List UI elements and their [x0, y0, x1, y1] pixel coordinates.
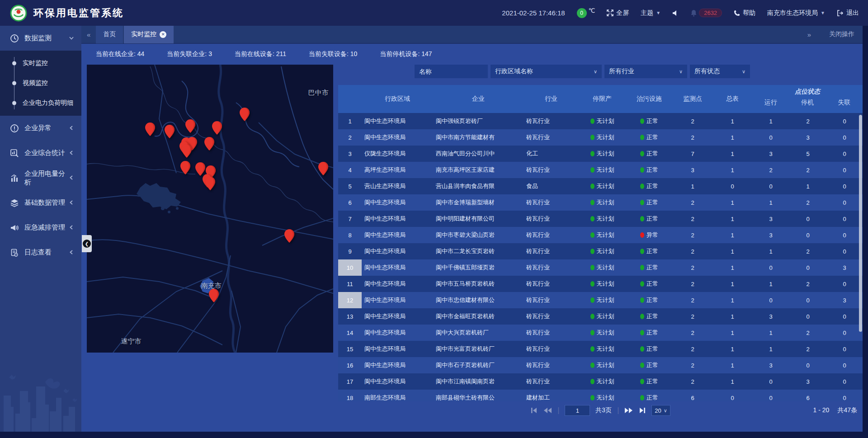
next-page-button[interactable]: [624, 407, 633, 414]
page-number-input[interactable]: [565, 405, 590, 416]
name-filter-input[interactable]: [419, 68, 483, 75]
sidebar-item-5[interactable]: 应急减排管理: [0, 215, 81, 240]
phone-icon: [734, 10, 740, 16]
table-row[interactable]: 5营山生态环境局营山县润丰肉食品有限食品无计划正常10010: [338, 178, 863, 194]
submenu-item-2[interactable]: 企业电力负荷明细: [0, 93, 81, 113]
region-filter-dropdown[interactable]: 行政区域名称 ∨: [491, 65, 602, 78]
help-button[interactable]: 帮助: [734, 9, 755, 17]
tab-0[interactable]: 首页: [96, 25, 123, 43]
map-pin-icon[interactable]: [165, 125, 175, 138]
table-row[interactable]: 8阆中生态环境局阆中市枣碧大梁山页岩砖瓦行业无计划异常21300: [338, 227, 863, 243]
table-row[interactable]: 9阆中生态环境局阆中市二龙长宝页岩砖砖瓦行业无计划正常21120: [338, 243, 863, 259]
column-header: 停限产: [579, 85, 626, 113]
first-page-button[interactable]: [530, 407, 538, 414]
table-row[interactable]: 12阆中生态环境局阆中市忠信建材有限公砖瓦行业无计划正常21003: [338, 292, 863, 308]
org-dropdown[interactable]: 南充市生态环境局 ▼: [767, 9, 825, 17]
tab-1[interactable]: 实时监控✕: [124, 25, 174, 43]
notification-count-badge: 2632: [699, 9, 722, 17]
map-pin-icon[interactable]: [205, 177, 215, 190]
sidebar-item-1[interactable]: 企业异常: [0, 116, 81, 141]
notifications-button[interactable]: 2632: [690, 9, 722, 17]
map-pin-icon[interactable]: [180, 161, 190, 174]
industry-filter-dropdown[interactable]: 所有行业 ∨: [604, 65, 687, 78]
close-icon[interactable]: ✕: [160, 31, 166, 38]
cell-production-status: 无计划: [579, 308, 626, 325]
status-dot-icon: [640, 232, 644, 238]
map-pin-icon[interactable]: [204, 137, 214, 151]
table-scrollbar[interactable]: [859, 115, 862, 332]
map-pin-icon[interactable]: [145, 122, 155, 136]
cell-meter-count: 1: [712, 162, 752, 178]
table-row[interactable]: 10阆中生态环境局阆中千佛镇五郎垭页岩砖瓦行业无计划正常21003: [338, 259, 863, 276]
cell-lost-count: 0: [826, 341, 863, 357]
cell-meter-count: 0: [712, 390, 752, 401]
cell-production-status: 无计划: [579, 129, 626, 146]
status-dot-icon: [590, 249, 594, 254]
name-filter: [415, 65, 488, 78]
log-icon: [10, 248, 19, 257]
submenu-item-0[interactable]: 实时监控: [0, 53, 81, 73]
table-row[interactable]: 7阆中生态环境局阆中明阳建材有限公司砖瓦行业无计划正常21300: [338, 211, 863, 227]
table-row[interactable]: 13阆中生态环境局阆中市金福旺页岩机砖砖瓦行业无计划正常21300: [338, 308, 863, 325]
cell-run-count: 0: [752, 129, 789, 146]
cell-region: 营山生态环境局: [362, 178, 433, 194]
tabbar: « 首页实时监控✕ » 关闭操作: [81, 26, 863, 44]
prev-page-button[interactable]: [543, 407, 552, 414]
status-dot-icon: [590, 395, 594, 400]
map-pin-icon[interactable]: [240, 108, 250, 121]
table-row[interactable]: 4高坪生态环境局南充市高坪区王家店建砖瓦行业无计划正常31220: [338, 162, 863, 178]
cell-meter-count: 1: [712, 194, 752, 211]
map-panel[interactable]: 巴中市南充市遂宁市: [87, 65, 333, 353]
page-size-select[interactable]: 20 ∨: [651, 405, 670, 416]
table-row[interactable]: 11阆中生态环境局阆中市五马桥页岩机砖砖瓦行业无计划正常21120: [338, 276, 863, 292]
sidebar-item-2[interactable]: 企业综合统计: [0, 141, 81, 165]
chart-icon: [10, 174, 19, 183]
cell-monitor-count: 2: [673, 194, 712, 211]
mute-button[interactable]: [672, 10, 679, 16]
table-row[interactable]: 17阆中生态环境局阆中市江南镇阆南页岩砖瓦行业无计划正常21030: [338, 373, 863, 390]
row-number: 2: [338, 129, 362, 146]
sidebar-item-6[interactable]: 日志查看: [0, 240, 81, 265]
table-row[interactable]: 15阆中生态环境局阆中市光富页岩机砖厂砖瓦行业无计划正常21120: [338, 341, 863, 357]
sidebar-item-4[interactable]: 基础数据管理: [0, 190, 81, 215]
map-pin-icon[interactable]: [182, 144, 192, 158]
fullscreen-button[interactable]: 全屏: [607, 9, 629, 17]
table-row[interactable]: 14阆中生态环境局阆中大兴页岩机砖厂砖瓦行业无计划正常21120: [338, 325, 863, 341]
tabs-scroll-left-button[interactable]: «: [81, 31, 96, 38]
cell-facility-status: 正常: [626, 390, 673, 401]
sidebar-collapse-handle[interactable]: ❮: [82, 235, 92, 252]
map-pin-icon[interactable]: [284, 229, 294, 243]
table-row[interactable]: 6阆中生态环境局阆中市金博瑞新型墙材砖瓦行业无计划正常21120: [338, 194, 863, 211]
row-number: 17: [338, 373, 362, 390]
cell-monitor-count: 2: [673, 259, 712, 276]
city-skyline-watermark: [0, 364, 81, 432]
map-pin-icon[interactable]: [185, 119, 195, 133]
map-pin-icon[interactable]: [209, 289, 219, 302]
status-filter-dropdown[interactable]: 所有状态 ∨: [690, 65, 750, 78]
cell-meter-count: 1: [712, 259, 752, 276]
tabs-scroll-right-button[interactable]: »: [802, 31, 816, 38]
table-row[interactable]: 16阆中生态环境局阆中市石子页岩机砖厂砖瓦行业无计划正常21300: [338, 357, 863, 373]
status-dot-icon: [640, 330, 644, 335]
row-number: 12: [338, 292, 362, 308]
map-pin-icon[interactable]: [212, 121, 222, 135]
last-page-button[interactable]: [639, 407, 646, 414]
table-row[interactable]: 2阆中生态环境局阆中市南方节能建材有砖瓦行业无计划正常21030: [338, 129, 863, 146]
sidebar-item-3[interactable]: 企业用电量分析: [0, 165, 81, 190]
fullscreen-icon: [607, 9, 613, 16]
logout-button[interactable]: 退出: [837, 9, 859, 17]
table-row[interactable]: 18南部生态环境局南部县砌华土砖有限公建材加工无计划正常60060: [338, 390, 863, 401]
cell-production-status: 无计划: [579, 259, 626, 276]
cell-production-status: 无计划: [579, 162, 626, 178]
map-pin-icon[interactable]: [318, 162, 328, 175]
cell-stop-count: 2: [789, 341, 826, 357]
submenu-item-1[interactable]: 视频监控: [0, 73, 81, 93]
theme-dropdown[interactable]: 主题 ▼: [641, 9, 660, 17]
status-dot-icon: [590, 346, 594, 352]
table-row[interactable]: 3仪陇生态环境局西南油气田分公司川中化工无计划正常71350: [338, 146, 863, 162]
table-row[interactable]: 1阆中生态环境局阆中强锐页岩砖厂砖瓦行业无计划正常21120: [338, 113, 863, 129]
cell-stop-count: 0: [789, 227, 826, 243]
close-operations-button[interactable]: 关闭操作: [829, 30, 854, 38]
status-dot-icon: [640, 184, 644, 189]
sidebar-item-0[interactable]: 数据监测: [0, 26, 81, 51]
